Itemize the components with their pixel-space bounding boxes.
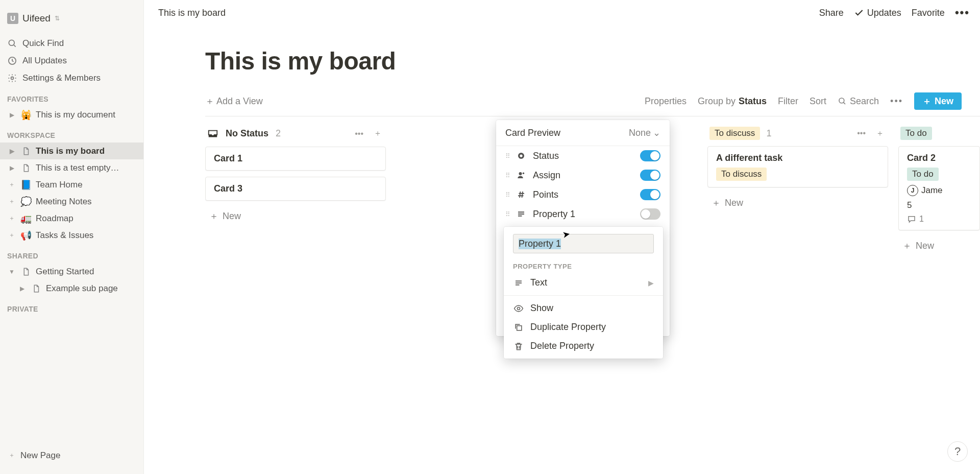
popup-title: Card Preview bbox=[505, 128, 560, 138]
plus-icon[interactable]: ＋ bbox=[7, 214, 16, 223]
plus-icon[interactable]: ＋ bbox=[7, 231, 16, 240]
label: Group by bbox=[698, 96, 736, 107]
triangle-icon[interactable]: ▶ bbox=[17, 285, 27, 292]
filter-button[interactable]: Filter bbox=[778, 96, 798, 107]
property-name-input[interactable]: Property 1 bbox=[513, 234, 654, 253]
sidebar-item-board[interactable]: ▶ This is my board bbox=[0, 143, 143, 159]
trash-icon bbox=[513, 341, 524, 351]
search-icon bbox=[838, 97, 847, 106]
sidebar-item-favorite-0[interactable]: ▶ 🙀 This is my document bbox=[0, 106, 143, 123]
toggle[interactable] bbox=[640, 189, 660, 200]
more-icon: ••• bbox=[955, 6, 970, 19]
card[interactable]: Card 1 bbox=[205, 147, 386, 171]
card[interactable]: Card 3 bbox=[205, 177, 386, 201]
grip-icon[interactable]: ⠿ bbox=[505, 172, 509, 179]
toggle[interactable] bbox=[640, 170, 660, 181]
new-page-button[interactable]: ＋ New Page bbox=[0, 447, 143, 464]
properties-button[interactable]: Properties bbox=[645, 96, 687, 107]
label: Tasks & Issues bbox=[36, 230, 136, 241]
column-header: To do bbox=[898, 127, 980, 140]
page-icon bbox=[20, 163, 32, 173]
column-new-button[interactable]: ＋New bbox=[898, 236, 980, 255]
sidebar-item-test-empty[interactable]: ▶ This is a test empty… bbox=[0, 159, 143, 176]
view-bar: ＋ Add a View Properties Group by Status … bbox=[205, 92, 980, 116]
clock-icon bbox=[7, 56, 17, 66]
new-button[interactable]: ＋ New bbox=[914, 92, 962, 110]
label: Delete Property bbox=[530, 341, 594, 351]
sidebar-item-team-home[interactable]: ＋ 📘 Team Home bbox=[0, 176, 143, 193]
favorite-button[interactable]: Favorite bbox=[912, 8, 945, 18]
column-more-button[interactable]: ••• bbox=[855, 129, 868, 138]
card[interactable]: Card 2 To do J Jame 5 1 bbox=[898, 146, 980, 230]
sidebar-item-roadmap[interactable]: ＋ 🚛 Roadmap bbox=[0, 210, 143, 227]
column-add-button[interactable]: ＋ bbox=[372, 128, 384, 139]
label: Show bbox=[530, 303, 553, 314]
label: Points bbox=[533, 189, 558, 200]
view-more-button[interactable]: ••• bbox=[890, 96, 903, 107]
action-duplicate[interactable]: Duplicate Property bbox=[504, 318, 663, 337]
eye-icon bbox=[513, 303, 524, 314]
all-updates[interactable]: All Updates bbox=[0, 52, 143, 69]
label: Status bbox=[533, 151, 559, 161]
grip-icon[interactable]: ⠿ bbox=[505, 152, 509, 160]
card-title: Card 3 bbox=[214, 183, 377, 194]
property-row-status[interactable]: ⠿ Status bbox=[496, 146, 670, 165]
search-icon bbox=[7, 38, 17, 49]
quick-find[interactable]: Quick Find bbox=[0, 35, 143, 52]
sidebar-item-getting-started[interactable]: ▼ Getting Started bbox=[0, 263, 143, 280]
favorites-title: FAVORITES bbox=[0, 87, 143, 106]
help-button[interactable]: ? bbox=[947, 441, 968, 462]
sidebar-item-meeting-notes[interactable]: ＋ 💭 Meeting Notes bbox=[0, 193, 143, 210]
property-type-text[interactable]: Text ▶ bbox=[504, 273, 663, 292]
card-preview-select[interactable]: None ⌄ bbox=[629, 127, 660, 138]
column-label[interactable]: No Status bbox=[225, 127, 270, 140]
more-button[interactable]: ••• bbox=[955, 6, 970, 19]
triangle-icon[interactable]: ▶ bbox=[7, 164, 16, 172]
label: Search bbox=[850, 96, 879, 107]
card[interactable]: A different task To discuss bbox=[707, 146, 888, 187]
sort-button[interactable]: Sort bbox=[810, 96, 826, 107]
label: Example sub page bbox=[46, 283, 136, 294]
sidebar-item-example-sub[interactable]: ▶ Example sub page bbox=[0, 280, 143, 297]
property-row-property1[interactable]: ⠿ Property 1 bbox=[496, 204, 670, 224]
page-title[interactable]: This is my board bbox=[205, 47, 980, 75]
updates-button[interactable]: Updates bbox=[854, 8, 901, 18]
property-row-assign[interactable]: ⠿ Assign bbox=[496, 165, 670, 185]
sidebar-item-tasks-issues[interactable]: ＋ 📢 Tasks & Issues bbox=[0, 227, 143, 244]
column-new-button[interactable]: ＋New bbox=[707, 194, 888, 212]
share-button[interactable]: Share bbox=[819, 8, 844, 18]
card-comments[interactable]: 1 bbox=[907, 215, 971, 224]
workspace-switcher[interactable]: U Uifeed ⇅ bbox=[5, 9, 138, 28]
page-icon bbox=[20, 267, 32, 276]
search-button[interactable]: Search bbox=[838, 96, 879, 107]
label: Quick Find bbox=[22, 38, 64, 49]
settings-members[interactable]: Settings & Members bbox=[0, 69, 143, 87]
property-edit-popup: Property 1 PROPERTY TYPE Text ▶ Show Dup… bbox=[504, 227, 663, 359]
plus-icon[interactable]: ＋ bbox=[7, 197, 16, 206]
action-show[interactable]: Show bbox=[504, 299, 663, 318]
grip-icon[interactable]: ⠿ bbox=[505, 191, 509, 199]
column-new-button[interactable]: ＋New bbox=[205, 207, 386, 225]
triangle-icon[interactable]: ▼ bbox=[7, 268, 16, 275]
topbar: This is my board Share Updates Favorite … bbox=[144, 0, 980, 26]
breadcrumb[interactable]: This is my board bbox=[158, 8, 226, 18]
column-add-button[interactable]: ＋ bbox=[874, 128, 886, 139]
label: Team Home bbox=[36, 180, 136, 190]
triangle-icon[interactable]: ▶ bbox=[7, 111, 16, 118]
toggle[interactable] bbox=[640, 208, 660, 220]
duplicate-icon bbox=[513, 322, 524, 333]
column-header: No Status 2 ••• ＋ bbox=[205, 127, 386, 140]
grip-icon[interactable]: ⠿ bbox=[505, 210, 509, 218]
add-view-button[interactable]: ＋ Add a View bbox=[205, 95, 263, 107]
toggle[interactable] bbox=[640, 150, 660, 161]
plus-icon[interactable]: ＋ bbox=[7, 180, 16, 189]
chevron-down-icon: ⌄ bbox=[653, 127, 660, 138]
action-delete[interactable]: Delete Property bbox=[504, 337, 663, 356]
group-by-button[interactable]: Group by Status bbox=[698, 96, 767, 107]
column-label[interactable]: To do bbox=[900, 127, 932, 140]
column-label[interactable]: To discuss bbox=[709, 127, 760, 140]
triangle-icon[interactable]: ▶ bbox=[7, 148, 16, 155]
plus-icon: ＋ bbox=[712, 197, 721, 209]
column-more-button[interactable]: ••• bbox=[353, 129, 365, 138]
property-row-points[interactable]: ⠿ Points bbox=[496, 185, 670, 204]
